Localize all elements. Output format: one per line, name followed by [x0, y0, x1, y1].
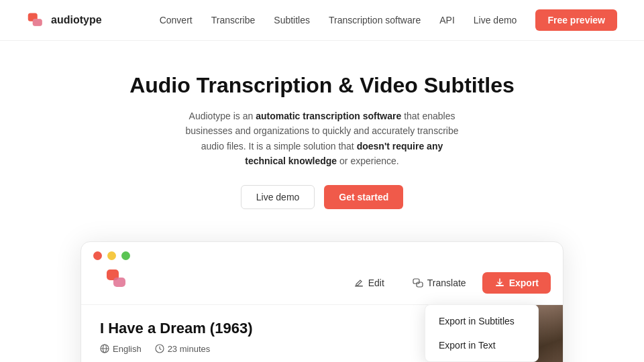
content-left: I Have a Dream (1963) English 23 minutes…	[81, 305, 435, 362]
hero-section: Audio Transcription & Video Subtitles Au…	[0, 41, 644, 223]
nav-transcription-software[interactable]: Transcription software	[329, 15, 421, 25]
meta-language: English	[100, 344, 142, 354]
get-started-button[interactable]: Get started	[324, 185, 403, 209]
nav-api[interactable]: API	[439, 15, 455, 25]
svg-rect-8	[496, 285, 504, 286]
meta-duration: 23 minutes	[155, 344, 211, 354]
export-subtitles-item[interactable]: Export in Subtitles	[425, 309, 538, 333]
live-demo-button[interactable]: Live demo	[241, 185, 315, 209]
logo-icon	[27, 11, 46, 29]
app-window: Edit Translate Export Export in Subtitle…	[80, 241, 564, 362]
content-title: I Have a Dream (1963)	[100, 320, 417, 337]
edit-button[interactable]: Edit	[341, 272, 396, 294]
window-dot-green[interactable]	[121, 251, 130, 260]
nav-convert[interactable]: Convert	[160, 15, 193, 25]
export-text-item[interactable]: Export in Text	[425, 333, 538, 357]
export-icon	[494, 278, 505, 288]
logo-text: audiotype	[51, 14, 102, 26]
svg-rect-4	[113, 278, 125, 287]
nav-transcribe[interactable]: Transcribe	[211, 15, 256, 25]
translate-button[interactable]: Translate	[400, 272, 478, 294]
hero-buttons: Live demo Get started	[13, 185, 631, 209]
edit-icon	[354, 278, 364, 288]
window-logo-icon	[105, 268, 131, 294]
nav-links: Convert Transcribe Subtitles Transcripti…	[160, 9, 617, 31]
svg-rect-2	[33, 19, 42, 26]
navbar: audiotype Convert Transcribe Subtitles T…	[0, 0, 644, 41]
nav-subtitles[interactable]: Subtitles	[274, 15, 310, 25]
window-dot-red[interactable]	[93, 251, 102, 260]
translate-icon	[413, 278, 423, 288]
globe-icon	[100, 344, 109, 353]
export-dropdown: Export in Subtitles Export in Text	[425, 304, 539, 362]
export-button[interactable]: Export	[482, 272, 551, 294]
hero-title: Audio Transcription & Video Subtitles	[13, 73, 631, 98]
toolbar: Edit Translate Export Export in Subtitle…	[341, 272, 551, 294]
content-meta: English 23 minutes	[100, 344, 417, 354]
hero-description: Audiotype is an automatic transcription …	[181, 109, 463, 169]
clock-icon	[155, 344, 164, 353]
nav-live-demo[interactable]: Live demo	[474, 15, 517, 25]
window-titlebar	[81, 242, 563, 267]
window-dot-yellow[interactable]	[107, 251, 116, 260]
svg-rect-6	[413, 279, 419, 284]
window-logo	[93, 267, 143, 299]
free-preview-button[interactable]: Free preview	[535, 9, 617, 31]
logo[interactable]: audiotype	[27, 11, 102, 29]
svg-rect-7	[417, 282, 423, 287]
